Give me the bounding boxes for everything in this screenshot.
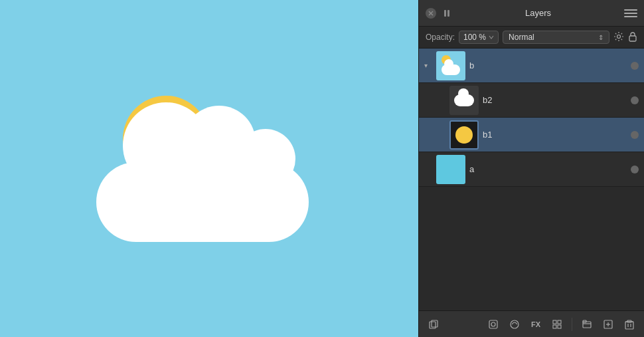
svg-point-4 xyxy=(617,35,621,38)
layer-settings-button[interactable] xyxy=(613,31,624,44)
svg-rect-14 xyxy=(558,325,561,328)
effects-button[interactable]: FX xyxy=(526,315,545,334)
new-group-button[interactable] xyxy=(578,315,596,334)
opacity-value-text: 100 % xyxy=(463,33,486,42)
panel-menu-button[interactable] xyxy=(624,8,637,19)
pause-icon xyxy=(443,9,450,17)
svg-point-9 xyxy=(491,322,495,326)
grid-icon xyxy=(552,319,562,330)
layer-thumbnail-b2 xyxy=(449,86,479,115)
opacity-control[interactable]: 100 % xyxy=(459,31,499,44)
new-group-icon xyxy=(582,319,592,330)
svg-rect-11 xyxy=(553,320,556,324)
svg-rect-20 xyxy=(625,322,633,329)
layer-row-b1[interactable]: b1 xyxy=(419,118,644,152)
gear-icon xyxy=(613,31,624,42)
adjustment-button[interactable] xyxy=(505,315,524,334)
layers-list: ▾ b b2 b1 xyxy=(419,49,644,310)
layer-thumbnail-b1 xyxy=(449,120,479,150)
svg-point-10 xyxy=(511,320,519,328)
svg-rect-3 xyxy=(447,10,449,17)
opacity-row: Opacity: 100 % Normal ⇕ xyxy=(419,27,644,49)
panel-toolbar: FX xyxy=(419,310,644,337)
layer-row-a[interactable]: a xyxy=(419,152,644,187)
layers-panel: Layers Opacity: 100 % Normal ⇕ xyxy=(418,0,644,337)
add-mask-button[interactable] xyxy=(484,315,503,334)
adjustment-icon xyxy=(509,319,520,330)
panel-pause-button[interactable] xyxy=(442,8,452,19)
svg-rect-13 xyxy=(553,325,556,328)
blend-mode-control[interactable]: Normal ⇕ xyxy=(503,31,609,44)
blend-mode-text: Normal xyxy=(509,33,534,42)
panel-close-button[interactable] xyxy=(426,8,436,19)
layer-visibility-a[interactable] xyxy=(631,166,639,173)
svg-rect-12 xyxy=(558,320,561,324)
layer-row-b2[interactable]: b2 xyxy=(419,83,644,118)
lock-icon xyxy=(628,31,637,42)
layer-thumbnail-a xyxy=(436,155,465,184)
new-layer-button[interactable] xyxy=(599,315,617,334)
panel-title: Layers xyxy=(457,8,619,18)
canvas-area xyxy=(0,0,418,337)
panel-header: Layers xyxy=(419,0,644,27)
layer-name-b: b xyxy=(469,60,627,70)
grid-button[interactable] xyxy=(548,315,566,334)
layer-thumbnail-b xyxy=(436,51,465,80)
opacity-label: Opacity: xyxy=(426,33,455,42)
weather-illustration xyxy=(83,82,335,255)
layer-name-b1: b1 xyxy=(483,130,627,140)
layer-row-b[interactable]: ▾ b xyxy=(419,49,644,83)
close-icon xyxy=(428,11,434,16)
svg-rect-8 xyxy=(489,320,497,328)
layer-visibility-b[interactable] xyxy=(631,62,639,70)
cloud-shape xyxy=(96,122,309,242)
delete-layer-button[interactable] xyxy=(620,315,639,334)
svg-rect-2 xyxy=(444,10,446,17)
layer-visibility-b1[interactable] xyxy=(631,131,639,139)
fx-icon: FX xyxy=(531,320,540,328)
layer-visibility-b2[interactable] xyxy=(631,96,639,104)
opacity-dropdown-icon xyxy=(489,35,494,40)
copy-icon xyxy=(428,319,439,330)
layer-lock-button[interactable] xyxy=(628,31,637,44)
layer-name-b2: b2 xyxy=(483,95,627,105)
cloud-body xyxy=(96,162,309,242)
new-layer-icon xyxy=(603,319,613,330)
mask-icon xyxy=(488,319,499,330)
delete-icon xyxy=(625,319,634,330)
expand-arrow-b: ▾ xyxy=(424,62,432,69)
copy-layers-button[interactable] xyxy=(424,315,443,334)
blend-mode-arrows-icon: ⇕ xyxy=(598,34,604,41)
layer-name-a: a xyxy=(469,164,627,174)
svg-rect-5 xyxy=(629,36,636,41)
